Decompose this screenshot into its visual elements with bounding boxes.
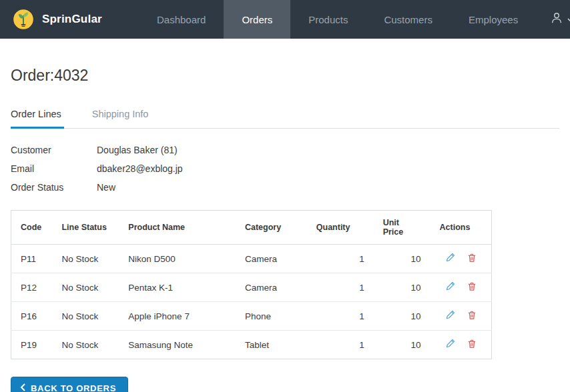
app-window: SprinGular Dashboard Orders Products Cus… xyxy=(0,0,570,392)
cell-actions xyxy=(431,273,492,302)
tab-bar: Order Lines Shipping Info xyxy=(11,103,559,129)
table-row: P16 No Stock Apple iPhone 7 Phone 1 10 xyxy=(11,302,492,331)
table-row: P12 No Stock Pentax K-1 Camera 1 10 xyxy=(11,273,492,302)
pencil-icon[interactable] xyxy=(445,281,456,292)
order-status-value: New xyxy=(97,182,115,193)
cell-category: Camera xyxy=(236,245,307,273)
cell-product-name: Pentax K-1 xyxy=(119,273,236,302)
detail-label: Customer xyxy=(11,145,97,155)
detail-row-order-status: Order Status New xyxy=(11,182,559,193)
chevron-left-icon xyxy=(20,383,25,392)
cell-unit-price: 10 xyxy=(374,273,431,302)
detail-row-customer: Customer Douglas Baker (81) xyxy=(11,145,559,155)
header-code: Code xyxy=(11,211,53,245)
header-unit-price: Unit Price xyxy=(374,211,431,245)
main-nav: Dashboard Orders Products Customers Empl… xyxy=(139,0,536,39)
detail-label: Order Status xyxy=(11,182,97,193)
brand[interactable]: SprinGular xyxy=(0,0,139,39)
nav-item-dashboard[interactable]: Dashboard xyxy=(139,0,224,39)
main-content: Order:4032 Order Lines Shipping Info Cus… xyxy=(0,67,570,392)
chevron-down-icon xyxy=(567,13,570,25)
user-menu[interactable] xyxy=(536,0,570,39)
cell-category: Camera xyxy=(236,273,307,302)
cell-category: Tablet xyxy=(236,331,307,359)
customer-value: Douglas Baker (81) xyxy=(97,145,178,155)
navbar: SprinGular Dashboard Orders Products Cus… xyxy=(0,0,570,39)
header-category: Category xyxy=(236,211,307,245)
email-value: dbaker28@exblog.jp xyxy=(97,163,183,174)
back-to-orders-label: BACK TO ORDERS xyxy=(31,383,116,392)
detail-row-email: Email dbaker28@exblog.jp xyxy=(11,163,559,174)
cell-quantity: 1 xyxy=(307,245,374,273)
cell-actions xyxy=(431,245,492,273)
tab-order-lines[interactable]: Order Lines xyxy=(11,103,64,129)
cell-product-name: Samasung Note xyxy=(119,331,236,359)
header-actions: Actions xyxy=(431,211,492,245)
cell-line-status: No Stock xyxy=(52,273,119,302)
nav-item-employees[interactable]: Employees xyxy=(451,0,536,39)
cell-unit-price: 10 xyxy=(374,245,431,273)
header-quantity: Quantity xyxy=(307,211,374,245)
cell-category: Phone xyxy=(236,302,307,331)
header-line-status: Line Status xyxy=(52,211,119,245)
order-details: Customer Douglas Baker (81) Email dbaker… xyxy=(11,145,559,193)
pencil-icon[interactable] xyxy=(445,309,456,321)
cell-unit-price: 10 xyxy=(374,331,431,359)
plant-lightbulb-logo-icon xyxy=(12,8,35,31)
nav-item-orders[interactable]: Orders xyxy=(224,0,290,39)
nav-item-customers[interactable]: Customers xyxy=(366,0,451,39)
cell-unit-price: 10 xyxy=(374,302,431,331)
trash-icon[interactable] xyxy=(467,281,477,292)
cell-code: P12 xyxy=(11,273,53,302)
cell-line-status: No Stock xyxy=(52,331,119,359)
cell-code: P11 xyxy=(11,245,53,273)
page-title: Order:4032 xyxy=(11,67,559,85)
brand-name: SprinGular xyxy=(42,13,102,26)
order-lines-table: Code Line Status Product Name Category Q… xyxy=(11,210,492,359)
trash-icon[interactable] xyxy=(467,309,477,321)
cell-actions xyxy=(431,302,492,331)
cell-code: P19 xyxy=(11,331,53,359)
cell-quantity: 1 xyxy=(307,273,374,302)
table-row: P11 No Stock Nikon D500 Camera 1 10 xyxy=(11,245,492,273)
cell-code: P16 xyxy=(11,302,53,331)
trash-icon[interactable] xyxy=(467,252,477,263)
cell-product-name: Nikon D500 xyxy=(119,245,236,273)
nav-item-products[interactable]: Products xyxy=(290,0,366,39)
cell-product-name: Apple iPhone 7 xyxy=(119,302,236,331)
detail-label: Email xyxy=(11,163,97,174)
cell-actions xyxy=(431,331,492,359)
table-header-row: Code Line Status Product Name Category Q… xyxy=(11,211,492,245)
trash-icon[interactable] xyxy=(467,338,477,349)
header-product-name: Product Name xyxy=(119,211,236,245)
tab-shipping-info[interactable]: Shipping Info xyxy=(92,103,152,129)
person-icon xyxy=(549,11,564,28)
cell-line-status: No Stock xyxy=(52,302,119,331)
cell-quantity: 1 xyxy=(307,331,374,359)
back-to-orders-button[interactable]: BACK TO ORDERS xyxy=(11,377,128,392)
table-row: P19 No Stock Samasung Note Tablet 1 10 xyxy=(11,331,492,359)
pencil-icon[interactable] xyxy=(445,338,456,349)
pencil-icon[interactable] xyxy=(445,252,456,263)
cell-quantity: 1 xyxy=(307,302,374,331)
cell-line-status: No Stock xyxy=(52,245,119,273)
